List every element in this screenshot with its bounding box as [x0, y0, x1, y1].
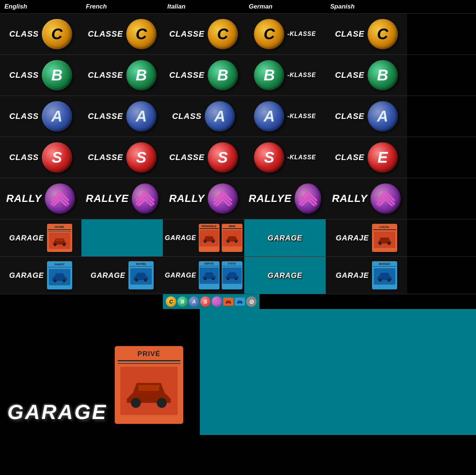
- svg-point-4: [227, 240, 229, 243]
- bottom-left: GARAGE PRIVÉ: [0, 309, 200, 435]
- svg-point-14: [227, 278, 229, 280]
- label-de-s: -KLASSE: [287, 154, 316, 161]
- cell-es-garage-home: GARAJE LOCAL: [326, 219, 407, 256]
- svg-point-15: [235, 278, 237, 280]
- cell-it-garage-home: GARAGE PERSONALE HEIM: [163, 219, 244, 256]
- mini-icon-b[interactable]: B: [177, 296, 188, 307]
- badge-a-it: A: [205, 101, 235, 132]
- svg-point-19: [230, 303, 231, 304]
- card-guest-fr: INVITÉS: [128, 261, 154, 289]
- cell-en-b: CLASS B: [0, 55, 81, 96]
- badge-b-de: B: [254, 60, 284, 90]
- card-personale-it: PERSONALE: [199, 224, 219, 252]
- label-it-rally: RALLY: [169, 193, 205, 205]
- row-b-class: CLASS B CLASSE B CLASSE B B -KLASSE CLAS…: [0, 55, 476, 96]
- card-guest-en: GUEST: [47, 261, 72, 289]
- header-english: English: [0, 0, 81, 13]
- svg-point-13: [212, 278, 214, 280]
- mini-icon-rally[interactable]: [212, 296, 222, 307]
- badge-b-en: B: [42, 60, 72, 90]
- card-prive-car: [120, 367, 178, 415]
- label-es-rally: RALLY: [332, 193, 368, 205]
- badge-rally-es: [371, 183, 401, 214]
- header-german: German: [244, 0, 326, 13]
- card-ospite-title: OSPITE: [204, 262, 214, 265]
- badge-rally-en: [45, 183, 75, 214]
- label-en-a: CLASS: [9, 112, 39, 121]
- row-c-class: CLASS C CLASSE C CLASSE C C -KLASSE CLAS…: [0, 14, 476, 55]
- mini-icon-a[interactable]: A: [189, 296, 199, 307]
- badge-b-fr: B: [126, 60, 157, 90]
- card-home-en: HOME: [47, 224, 72, 252]
- svg-point-21: [241, 303, 242, 304]
- svg-point-9: [63, 279, 66, 282]
- svg-point-0: [54, 243, 57, 246]
- cell-it-rally: RALLY: [163, 178, 244, 219]
- badge-s-en: S: [42, 142, 72, 173]
- badge-s-it: S: [208, 142, 238, 173]
- mini-icon-cancel[interactable]: ⊘: [246, 296, 257, 307]
- badge-rally-fr: [132, 183, 158, 214]
- label-de-b: -KLASSE: [287, 72, 316, 79]
- svg-point-18: [226, 303, 227, 304]
- bottom-main: GARAGE PRIVÉ: [0, 309, 476, 435]
- label-en-garage: GARAGE: [9, 234, 44, 242]
- card-divider1: [48, 229, 71, 230]
- svg-point-17: [388, 279, 390, 282]
- badge-c-es: C: [368, 19, 398, 49]
- cell-es-rally: RALLY: [326, 178, 407, 219]
- card-car-home-en: [49, 233, 70, 249]
- label-de-rally: RALLYE: [249, 193, 292, 205]
- label-fr-c: CLASSE: [88, 29, 123, 39]
- badge-c-de: C: [254, 19, 284, 49]
- card-prive-large: PRIVÉ: [115, 346, 183, 424]
- label-de-garage2: GARAGE: [268, 271, 302, 280]
- badge-c-en: C: [42, 19, 72, 49]
- mini-icon-c[interactable]: C: [166, 296, 176, 307]
- cell-en-c: CLASS C: [0, 14, 81, 54]
- card-invitado-es: INVITADO: [372, 261, 397, 289]
- cell-de-s: S -KLASSE: [244, 137, 326, 178]
- label-en-garage2: GARAGE: [9, 271, 44, 280]
- label-es-b: CLASE: [335, 70, 365, 80]
- svg-point-20: [238, 303, 239, 304]
- card-heim-it: HEIM: [222, 224, 242, 252]
- cell-it-a: CLASS A: [163, 96, 244, 137]
- label-it-b: CLASSE: [169, 70, 204, 80]
- cell-en-rally: RALLY: [0, 178, 81, 219]
- badge-rally-it: [208, 183, 238, 214]
- label-fr-b: CLASSE: [88, 70, 123, 80]
- cell-de-rally: RALLYE: [244, 178, 326, 219]
- card-invitado-title: INVITADO: [379, 263, 390, 265]
- cell-es-b: CLASE B: [326, 55, 407, 96]
- card-goste-title: G°STE: [228, 262, 236, 265]
- mini-icon-guest-garage[interactable]: [235, 298, 245, 306]
- svg-point-10: [135, 279, 138, 282]
- cell-fr-rally: RALLYE: [81, 178, 163, 219]
- label-de-a: -KLASSE: [287, 113, 316, 120]
- badge-b-it: B: [208, 60, 238, 90]
- cell-en-a: CLASS A: [0, 96, 81, 137]
- cell-fr-garage-guest: GARAGE INVITÉS: [81, 257, 163, 294]
- label-it-garage: GARAGE: [165, 234, 197, 242]
- cell-en-s: CLASS S: [0, 137, 81, 178]
- badge-rally-de: [295, 183, 321, 214]
- header-spanish: Spanish: [326, 0, 407, 13]
- label-es-garaje: GARAJE: [336, 234, 369, 242]
- card-ospite-it: OSPITE: [199, 261, 219, 289]
- card-heim-title: HEIM: [229, 225, 235, 227]
- card-divider2: [48, 231, 71, 232]
- label-en-rally: RALLY: [6, 193, 42, 205]
- mini-icon-s[interactable]: S: [200, 296, 211, 307]
- label-fr-rally: RALLYE: [86, 193, 129, 205]
- cell-es-garage-guest: GARAJE INVITADO: [326, 257, 407, 294]
- mini-icon-home-garage[interactable]: [223, 298, 234, 306]
- cell-de-garage-guest: GARAGE: [244, 257, 326, 294]
- svg-point-8: [54, 279, 57, 282]
- badge-a-de: A: [254, 101, 284, 132]
- row-home-garage: GARAGE HOME GARAGE PERSONALE: [0, 219, 476, 257]
- svg-point-12: [204, 278, 206, 280]
- cell-it-b: CLASSE B: [163, 55, 244, 96]
- label-fr-a: CLASSE: [88, 112, 123, 121]
- row-rally: RALLY RALLYE RALLY RALLYE: [0, 178, 476, 219]
